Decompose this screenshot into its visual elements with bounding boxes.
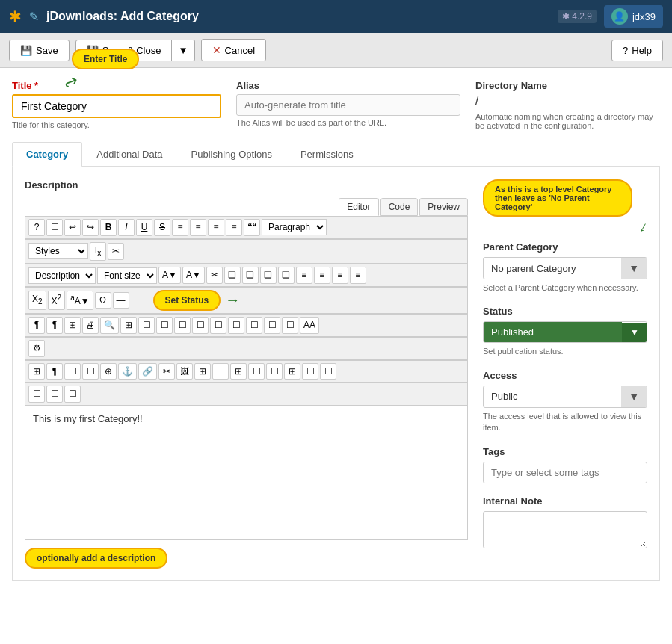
access-arrow-btn[interactable]: ▼ xyxy=(621,386,647,407)
delete-col-btn[interactable]: ☐ xyxy=(210,317,226,334)
table-btn[interactable]: ⊞ xyxy=(120,317,137,334)
style-btn[interactable]: ☐ xyxy=(64,363,81,380)
print-btn[interactable]: 🖨 xyxy=(82,317,99,334)
cut-btn[interactable]: ✂ xyxy=(206,267,223,284)
undo-btn[interactable]: ↩ xyxy=(64,219,81,236)
settings-btn[interactable]: ⚙ xyxy=(28,340,45,357)
delete-row-btn[interactable]: ☐ xyxy=(174,317,191,334)
title-input[interactable] xyxy=(12,94,221,118)
merge-cell-btn[interactable]: ☐ xyxy=(246,317,262,334)
preview-btn[interactable]: 🔍 xyxy=(100,317,119,334)
align-justify-btn[interactable]: ≡ xyxy=(226,219,242,236)
access-dropdown[interactable]: Public ▼ xyxy=(483,386,647,408)
user-menu[interactable]: 👤 jdx39 xyxy=(604,5,663,28)
bold-btn[interactable]: B xyxy=(100,219,117,236)
styles-select[interactable]: Styles xyxy=(28,243,88,259)
tab-category-content: Description Editor Code Preview ? ☐ ↩ ↪ … xyxy=(12,167,660,581)
hr-btn[interactable]: — xyxy=(113,292,129,309)
unordered-list-btn[interactable]: ≡ xyxy=(350,267,366,284)
status-hint: Set publication status. xyxy=(483,346,647,357)
align-right-btn[interactable]: ≡ xyxy=(208,219,224,236)
blockquote-btn[interactable]: ❝❝ xyxy=(244,219,260,236)
cancel-button[interactable]: ✕ Cancel xyxy=(201,39,266,61)
tab-additional-data[interactable]: Additional Data xyxy=(82,142,176,167)
grid-btn[interactable]: ⊞ xyxy=(194,363,211,380)
joomla-btn3[interactable]: ☐ xyxy=(64,386,81,403)
align-center-btn[interactable]: ≡ xyxy=(190,219,206,236)
joomla-btn1[interactable]: ☐ xyxy=(28,386,45,403)
save-dropdown-button[interactable]: ▼ xyxy=(172,40,194,61)
emoticons-btn[interactable]: ⊞ xyxy=(28,363,45,380)
anchor-btn[interactable]: ⚓ xyxy=(118,363,137,380)
delete-table-btn[interactable]: ☐ xyxy=(138,317,155,334)
status-dropdown[interactable]: Published ▼ xyxy=(483,321,647,343)
template-btn[interactable]: ☐ xyxy=(82,363,99,380)
copy-btn[interactable]: ❑ xyxy=(224,267,241,284)
format-select[interactable]: Paragraph xyxy=(262,219,327,235)
rtl-btn[interactable]: ¶ xyxy=(46,317,63,334)
editor-content[interactable]: This is my first Category!! xyxy=(25,406,468,540)
split-cell-btn[interactable]: ☐ xyxy=(228,317,244,334)
new-doc-btn[interactable]: ☐ xyxy=(46,219,63,236)
help-tb-btn[interactable]: ? xyxy=(28,219,45,236)
indent-btn[interactable]: ≡ xyxy=(296,267,312,284)
tab-publishing-options[interactable]: Publishing Options xyxy=(177,142,286,167)
iframe-btn[interactable]: ☐ xyxy=(266,363,283,380)
alias-input[interactable] xyxy=(236,94,460,116)
font-color-btn[interactable]: A▼ xyxy=(158,267,181,284)
underline-btn[interactable]: U xyxy=(136,219,152,236)
unlink-btn[interactable]: ✂ xyxy=(158,363,175,380)
paste-word-btn[interactable]: ❑ xyxy=(278,267,295,284)
paste-text-btn[interactable]: ❑ xyxy=(260,267,277,284)
image-btn[interactable]: 🖼 xyxy=(176,363,193,380)
italic-btn[interactable]: I xyxy=(118,219,135,236)
redo-btn[interactable]: ↪ xyxy=(82,219,99,236)
media-btn[interactable]: ☐ xyxy=(212,363,229,380)
para-mark-btn[interactable]: ¶ xyxy=(46,363,63,380)
move-layer-btn[interactable]: ☐ xyxy=(302,363,318,380)
outdent-btn[interactable]: ≡ xyxy=(314,267,330,284)
insert-row-btn[interactable]: ☐ xyxy=(156,317,173,334)
insert-col-btn[interactable]: ☐ xyxy=(192,317,209,334)
paste-btn[interactable]: ❑ xyxy=(242,267,259,284)
fullscreen-btn[interactable]: ⊞ xyxy=(64,317,81,334)
superscript-btn[interactable]: X2 xyxy=(48,291,66,310)
help-button[interactable]: ? Help xyxy=(611,40,663,61)
special-char-btn[interactable]: Ω xyxy=(95,292,111,309)
editor-tab-editor[interactable]: Editor xyxy=(339,198,378,216)
cell-prop-btn[interactable]: ☐ xyxy=(264,317,280,334)
tab-category[interactable]: Category xyxy=(12,142,82,167)
parent-category-dropdown[interactable]: No parent Category ▼ xyxy=(483,257,647,279)
internal-note-textarea[interactable] xyxy=(483,511,647,548)
bg-color-btn[interactable]: A▼ xyxy=(182,267,205,284)
avatar: 👤 xyxy=(611,8,628,25)
remove-format-btn[interactable]: ✂ xyxy=(108,243,124,260)
tab-permissions[interactable]: Permissions xyxy=(286,142,368,167)
ltr-btn[interactable]: ¶ xyxy=(28,317,45,334)
parent-category-arrow[interactable]: ▼ xyxy=(621,258,647,279)
editor-tab-code[interactable]: Code xyxy=(380,198,419,216)
align-left-btn[interactable]: ≡ xyxy=(172,219,188,236)
table-prop-btn[interactable]: ☐ xyxy=(282,317,298,334)
tags-input[interactable] xyxy=(483,462,647,483)
font-size-select[interactable]: Font size xyxy=(97,267,157,284)
save-button[interactable]: 💾 Save xyxy=(9,40,70,61)
insert-btn[interactable]: ⊕ xyxy=(100,363,117,380)
toggle-layer-btn[interactable]: ☐ xyxy=(320,363,336,380)
joomla-btn2[interactable]: ☐ xyxy=(46,386,63,403)
layer-btn[interactable]: ⊞ xyxy=(284,363,300,380)
editor-tab-preview[interactable]: Preview xyxy=(419,198,468,216)
source-btn[interactable]: ☐ xyxy=(248,363,265,380)
subscript-btn[interactable]: X2 xyxy=(28,291,46,309)
link-btn[interactable]: 🔗 xyxy=(138,363,157,380)
strikethrough-btn[interactable]: S xyxy=(154,219,170,236)
right-sidebar: As this is a top level Category then lea… xyxy=(483,179,647,569)
case-btn[interactable]: aA▼ xyxy=(67,291,93,310)
clear-format-btn[interactable]: Ix xyxy=(90,242,106,261)
font-size-bigger-btn[interactable]: AA xyxy=(300,317,319,334)
caption-btn[interactable]: ⊞ xyxy=(230,363,247,380)
status-arrow-btn[interactable]: ▼ xyxy=(622,323,647,342)
alias-hint: The Alias will be used as part of the UR… xyxy=(236,118,460,127)
ordered-list-btn[interactable]: ≡ xyxy=(332,267,348,284)
font-family-select[interactable]: Description xyxy=(28,267,96,284)
